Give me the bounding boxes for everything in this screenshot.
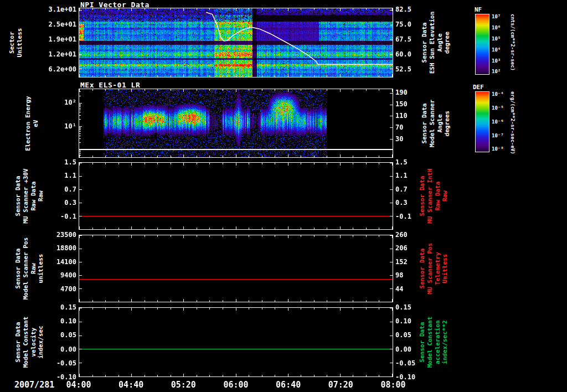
time-tick-mark <box>236 226 236 229</box>
y-tick-label: 75.0 <box>395 21 434 28</box>
time-tick-mark <box>105 163 106 164</box>
time-tick-mark <box>131 299 132 302</box>
y-tick-label: 6.2e+00 <box>22 66 76 73</box>
time-tick-mark <box>379 308 379 310</box>
time-tick-mark <box>301 375 301 376</box>
time-tick-mark <box>392 163 393 166</box>
time-tick-mark <box>249 89 249 91</box>
time-tick-mark <box>327 228 327 229</box>
time-tick-mark <box>92 308 93 310</box>
time-tick-mark <box>249 375 249 376</box>
time-tick-mark <box>131 74 132 77</box>
colorbar-tick-label: 10⁴ <box>492 47 501 53</box>
y-tick-label: 0.00 <box>22 346 76 353</box>
time-tick-mark <box>223 89 223 91</box>
date-label: 2007/281 <box>14 380 54 390</box>
time-tick-mark <box>262 235 262 237</box>
time-tick-mark <box>340 89 341 92</box>
time-tick-mark <box>366 235 367 237</box>
y-tick-label: 82.5 <box>395 6 434 13</box>
y-minor-tick-mark <box>79 131 81 132</box>
y-tick-mark <box>79 39 82 40</box>
time-tick-mark <box>366 308 367 310</box>
y-tick-label: 110 <box>395 112 434 119</box>
line-panel-mu-scanner-30v <box>79 162 393 230</box>
time-tick-mark <box>118 89 119 91</box>
time-tick-mark <box>171 89 171 91</box>
time-tick-mark <box>92 235 93 237</box>
y-tick-mark <box>79 349 82 349</box>
time-tick-mark <box>249 8 249 10</box>
y-tick-label: 4700 <box>22 286 76 292</box>
y-tick-label: 18800 <box>22 245 76 251</box>
time-tick-mark <box>118 228 119 229</box>
time-tick-mark <box>353 300 353 302</box>
time-tick-mark <box>327 75 327 77</box>
time-tick-mark <box>327 8 327 10</box>
colorbar-def <box>475 91 489 152</box>
time-tick-mark <box>262 75 262 77</box>
time-tick-mark <box>197 75 197 77</box>
y-minor-tick-mark <box>79 151 81 151</box>
time-tick-mark <box>236 8 236 11</box>
time-tick-mark <box>157 8 158 10</box>
time-tick-mark <box>340 74 341 77</box>
time-tick-mark <box>197 228 197 229</box>
y-tick-mark <box>390 363 393 363</box>
y-tick-label: -0.1 <box>22 213 76 220</box>
time-tick-mark <box>171 75 171 77</box>
time-tick-mark <box>223 8 223 10</box>
time-tick-mark <box>262 8 262 10</box>
colorbar-title-def: DEF <box>473 84 484 91</box>
colorbar-tick-label: 10⁻⁶ <box>492 119 504 125</box>
time-tick-mark <box>183 235 184 238</box>
time-tick-mark <box>288 299 288 302</box>
time-tick-mark <box>105 89 106 91</box>
time-tick-mark <box>105 156 106 157</box>
y-tick-label: 10² <box>22 99 76 106</box>
y-tick-label: 260 <box>395 231 434 238</box>
time-tick-mark <box>79 89 80 92</box>
time-tick-mark <box>249 308 249 310</box>
time-tick-mark <box>301 308 301 310</box>
time-tick-label: 07:20 <box>324 380 357 390</box>
y-minor-tick-mark <box>79 153 81 154</box>
time-tick-mark <box>183 163 184 166</box>
y-tick-label: 0.7 <box>395 186 434 193</box>
time-tick-mark <box>288 308 288 311</box>
time-tick-mark <box>223 308 223 310</box>
y-tick-mark <box>390 262 393 262</box>
colorbar-tick-label: 10⁵ <box>492 36 501 42</box>
time-tick-mark <box>392 74 393 77</box>
y-tick-label: 0.05 <box>22 332 76 338</box>
y-tick-mark <box>79 336 82 336</box>
time-tick-mark <box>340 299 341 302</box>
time-tick-mark <box>249 75 249 77</box>
time-tick-mark <box>92 75 93 77</box>
y-tick-label: 1.2e+01 <box>22 51 76 58</box>
time-tick-mark <box>288 89 288 92</box>
y-minor-tick-mark <box>79 130 81 130</box>
y-tick-label: 0.10 <box>22 318 76 324</box>
time-tick-mark <box>353 228 353 229</box>
time-tick-mark <box>79 374 80 376</box>
time-tick-mark <box>183 226 184 229</box>
time-tick-mark <box>131 89 132 92</box>
y-tick-label: 23500 <box>22 231 76 238</box>
constant-line-velocity <box>79 349 393 349</box>
y-tick-mark <box>390 249 393 249</box>
time-tick-mark <box>131 154 132 157</box>
time-tick-mark <box>275 89 275 91</box>
colorbar-nf <box>475 14 489 75</box>
time-tick-mark <box>366 75 367 77</box>
time-tick-mark <box>209 308 210 310</box>
y-tick-label: 2.5e+01 <box>22 21 76 28</box>
time-tick-mark <box>379 228 379 229</box>
time-tick-mark <box>249 235 249 237</box>
colorbar-tick-label: 10⁷ <box>492 14 501 19</box>
y-tick-label: 30 <box>395 136 434 142</box>
y-tick-label: 3.1e+01 <box>22 6 76 13</box>
y-tick-mark <box>79 376 82 377</box>
time-tick-mark <box>223 300 223 302</box>
y-tick-mark <box>79 176 82 177</box>
